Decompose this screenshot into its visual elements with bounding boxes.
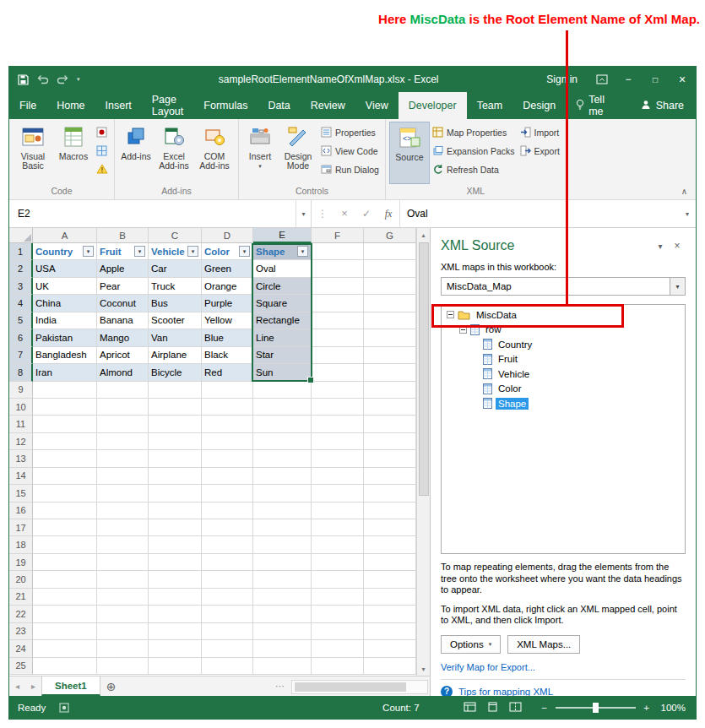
cell-A1[interactable]: Country▾ — [33, 243, 97, 260]
cell-D17[interactable] — [202, 519, 253, 536]
row-header-25[interactable]: 25 — [9, 658, 33, 675]
cell-B22[interactable] — [97, 606, 149, 622]
tree-item-country[interactable]: Country — [443, 337, 683, 352]
row-header-23[interactable]: 23 — [9, 623, 33, 640]
cell-A5[interactable]: India — [33, 312, 97, 329]
xml-map-dropdown[interactable]: MiscData_Map ▾ — [441, 277, 686, 296]
cell-D1[interactable]: Color▾ — [202, 243, 253, 260]
cell-E10[interactable] — [253, 399, 312, 416]
cell-D15[interactable] — [202, 485, 253, 502]
cell-G24[interactable] — [364, 640, 416, 657]
cell-F19[interactable] — [312, 554, 364, 571]
macro-record-icon[interactable] — [59, 703, 69, 713]
cell-C22[interactable] — [149, 606, 202, 622]
zoom-slider-thumb[interactable] — [593, 703, 599, 713]
filter-dropdown-icon-fruit[interactable]: ▾ — [134, 246, 145, 257]
cell-E13[interactable] — [253, 450, 312, 467]
save-icon[interactable] — [18, 74, 29, 85]
cell-D25[interactable] — [202, 658, 253, 675]
cell-A21[interactable] — [33, 589, 97, 606]
cell-E21[interactable] — [253, 589, 312, 606]
visual-basic-button[interactable]: Visual Basic — [13, 122, 53, 184]
zoom-out-icon[interactable]: − — [539, 703, 550, 713]
cell-D19[interactable] — [202, 554, 253, 571]
cell-E19[interactable] — [253, 554, 312, 571]
customize-qat-icon[interactable]: ▾ — [77, 76, 80, 83]
cell-D12[interactable] — [202, 433, 253, 450]
cell-A2[interactable]: USA — [33, 260, 97, 277]
cell-B23[interactable] — [97, 623, 149, 640]
cell-F16[interactable] — [312, 503, 364, 519]
cell-A24[interactable] — [33, 640, 97, 657]
cell-D22[interactable] — [202, 606, 253, 622]
row-header-19[interactable]: 19 — [9, 554, 33, 571]
row-header-22[interactable]: 22 — [9, 606, 33, 622]
cell-F5[interactable] — [312, 312, 364, 329]
cell-G22[interactable] — [364, 606, 416, 622]
cell-G1[interactable] — [364, 243, 416, 260]
maximize-button[interactable]: □ — [642, 67, 669, 92]
cell-C13[interactable] — [149, 450, 202, 467]
cell-F12[interactable] — [312, 433, 364, 450]
cell-D16[interactable] — [202, 503, 253, 519]
cell-A19[interactable] — [33, 554, 97, 571]
cell-C3[interactable]: Truck — [149, 278, 202, 295]
row-header-10[interactable]: 10 — [9, 399, 33, 416]
design-mode-button[interactable]: Design Mode — [278, 122, 318, 184]
cell-G17[interactable] — [364, 519, 416, 536]
row-header-7[interactable]: 7 — [9, 347, 33, 364]
cell-A20[interactable] — [33, 571, 97, 588]
view-code-button[interactable]: View Code — [318, 142, 382, 160]
column-header-G[interactable]: G — [364, 228, 416, 243]
cell-C6[interactable]: Van — [149, 329, 202, 346]
cell-A23[interactable] — [33, 623, 97, 640]
expand-formula-bar-icon[interactable]: ▾ — [679, 200, 696, 227]
cell-D14[interactable] — [202, 468, 253, 485]
cell-F8[interactable] — [312, 364, 364, 381]
zoom-in-icon[interactable]: + — [641, 703, 653, 713]
cell-C16[interactable] — [149, 503, 202, 519]
cell-C15[interactable] — [149, 485, 202, 502]
cell-A13[interactable] — [33, 450, 97, 467]
insert-control-button[interactable]: Insert ▾ — [242, 122, 278, 184]
ribbon-display-options-icon[interactable] — [589, 67, 615, 92]
refresh-data-button[interactable]: Refresh Data — [430, 160, 518, 179]
cell-C5[interactable]: Scooter — [149, 312, 202, 329]
cell-C14[interactable] — [149, 468, 202, 485]
cell-G2[interactable] — [364, 260, 416, 277]
row-header-16[interactable]: 16 — [9, 503, 33, 519]
cell-D10[interactable] — [202, 399, 253, 416]
cell-G13[interactable] — [364, 450, 416, 467]
cell-A25[interactable] — [33, 658, 97, 675]
cell-C10[interactable] — [149, 399, 202, 416]
cell-F3[interactable] — [312, 278, 364, 295]
cell-C21[interactable] — [149, 589, 202, 606]
vertical-scrollbar[interactable]: ▴ ▾ — [416, 228, 430, 676]
cell-B6[interactable]: Mango — [97, 329, 149, 346]
column-header-D[interactable]: D — [202, 228, 253, 243]
cell-B3[interactable]: Pear — [97, 278, 149, 295]
cell-G3[interactable] — [364, 278, 416, 295]
cell-C25[interactable] — [149, 658, 202, 675]
tips-link[interactable]: ? Tips for mapping XML — [441, 686, 686, 697]
xml-maps-button[interactable]: XML Maps... — [507, 635, 580, 654]
cell-A9[interactable] — [33, 382, 97, 399]
cell-C8[interactable]: Bicycle — [149, 364, 202, 381]
zoom-slider[interactable] — [556, 707, 636, 709]
cell-F13[interactable] — [312, 450, 364, 467]
filter-dropdown-icon-shape[interactable]: ▾ — [297, 246, 308, 257]
cell-F24[interactable] — [312, 640, 364, 657]
tree-item-shape[interactable]: Shape — [443, 396, 683, 411]
cell-F20[interactable] — [312, 571, 364, 588]
cell-A7[interactable]: Bangladesh — [33, 347, 97, 364]
tell-me-button[interactable]: Tell me — [566, 92, 628, 119]
import-button[interactable]: Import — [518, 123, 562, 142]
cell-D20[interactable] — [202, 571, 253, 588]
row-header-15[interactable]: 15 — [9, 485, 33, 502]
tab-view[interactable]: View — [355, 92, 399, 119]
sheet-nav-left-icon[interactable]: ◂ — [9, 676, 25, 696]
cell-E15[interactable] — [253, 485, 312, 502]
row-header-3[interactable]: 3 — [9, 278, 33, 295]
cell-F9[interactable] — [312, 382, 364, 399]
filter-dropdown-icon-vehicle[interactable]: ▾ — [187, 246, 198, 257]
